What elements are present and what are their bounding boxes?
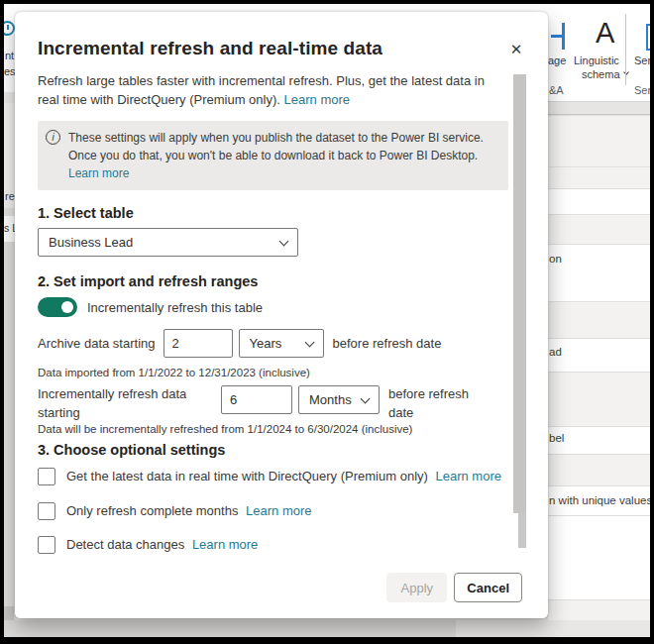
checkbox-row-complete-months: Only refresh complete months Learn more [38, 502, 508, 520]
incremental-value-input[interactable] [221, 385, 292, 414]
dialog-footer: Apply Cancel [15, 555, 548, 618]
directquery-label-text: Get the latest data in real time with Di… [66, 469, 428, 483]
checkbox-row-detect-changes: Detect data changes Learn more [38, 536, 508, 554]
ribbon-group-sensitivity-label-fragment: Sen [634, 84, 650, 96]
checkbox-row-directquery: Get the latest data in real time with Di… [38, 468, 508, 485]
dialog-scrollbar-track[interactable] [518, 513, 526, 548]
info-icon: i [46, 130, 60, 145]
dialog-scrollbar-thumb[interactable] [513, 74, 526, 513]
detect-changes-label-text: Detect data changes [66, 537, 184, 552]
archive-label: Archive data starting [38, 336, 156, 351]
directquery-label: Get the latest data in real time with Di… [66, 469, 501, 483]
dialog-description: Refresh large tables faster with increme… [38, 71, 508, 109]
complete-months-checkbox[interactable] [38, 502, 55, 520]
properties-row [548, 301, 650, 338]
linguistic-schema-icon: A [596, 17, 614, 50]
properties-row [548, 372, 650, 426]
properties-row: ad [548, 338, 650, 372]
properties-pane-sliver: on ad bel n with unique values [548, 114, 650, 637]
properties-row [548, 454, 650, 485]
incremental-suffix: before refresh date [388, 385, 484, 421]
directquery-learn-more-link[interactable]: Learn more [435, 469, 500, 483]
apply-button[interactable]: Apply [386, 573, 447, 602]
detect-changes-label: Detect data changes Learn more [66, 537, 258, 552]
chevron-down-icon [279, 237, 289, 247]
chevron-down-icon [361, 394, 371, 404]
banner-learn-more-link[interactable]: Learn more [68, 166, 129, 180]
table-select-value: Business Lead [49, 235, 133, 250]
complete-months-label-text: Only refresh complete months [66, 503, 238, 518]
dialog-title: Incremental refresh and real-time data [38, 38, 382, 59]
incremental-label: Incrementally refresh data starting [38, 385, 217, 421]
sensitivity-button-label-fragment[interactable]: Sen [634, 54, 650, 66]
incremental-refresh-dialog: Incremental refresh and real-time data ✕… [15, 12, 548, 618]
detect-changes-checkbox[interactable] [38, 536, 55, 554]
archive-note: Data imported from 1/1/2022 to 12/31/202… [38, 367, 508, 378]
language-icon-fragment [562, 23, 565, 50]
table-select[interactable]: Business Lead [38, 228, 298, 257]
properties-row [548, 214, 650, 244]
properties-row: n with unique values [548, 485, 650, 515]
properties-row: bel [548, 426, 650, 454]
scrollbar-corner [4, 606, 14, 620]
detect-changes-learn-more-link[interactable]: Learn more [192, 537, 258, 552]
incremental-toggle-row: Incrementally refresh this table [38, 297, 508, 317]
cancel-button[interactable]: Cancel [454, 573, 522, 602]
ribbon-left-label-fragment: es [4, 65, 16, 77]
canvas-bottom-strip-dark [4, 620, 456, 637]
banner-text-body: These settings will apply when you publi… [68, 131, 484, 162]
dialog-content: Refresh large tables faster with increme… [38, 71, 508, 555]
archive-suffix: before refresh date [333, 336, 442, 351]
ribbon-group-divider [625, 14, 626, 85]
complete-months-learn-more-link[interactable]: Learn more [246, 503, 311, 518]
date-table-clock-icon [4, 21, 15, 36]
ribbon-left-label-fragment: nt [5, 50, 14, 61]
section-ranges-heading: 2. Set import and refresh ranges [38, 273, 508, 289]
publish-warning-banner: i These settings will apply when you pub… [38, 121, 508, 190]
intro-learn-more-link[interactable]: Learn more [284, 92, 350, 107]
section-select-table-heading: 1. Select table [38, 205, 508, 221]
canvas-bottom-strip [4, 620, 650, 637]
properties-row [548, 166, 650, 188]
properties-row: on [548, 244, 650, 301]
incremental-unit-value: Months [309, 392, 352, 407]
archive-unit-value: Years [250, 336, 282, 351]
properties-row [548, 515, 650, 599]
incremental-note: Data will be incrementally refreshed fro… [38, 423, 508, 435]
banner-text: These settings will apply when you publi… [68, 129, 498, 182]
archive-range-row: Archive data starting Years before refre… [38, 329, 508, 358]
sensitivity-icon-fragment [646, 24, 650, 51]
dialog-description-text: Refresh large tables faster with increme… [38, 73, 485, 107]
properties-row [548, 115, 650, 166]
incremental-refresh-toggle[interactable] [38, 297, 77, 317]
toggle-label: Incrementally refresh this table [87, 300, 263, 315]
section-optional-heading: 3. Choose optional settings [38, 442, 508, 458]
archive-value-input[interactable] [164, 329, 233, 358]
language-button-label-fragment[interactable]: age [548, 54, 566, 66]
incremental-range-row: Incrementally refresh data starting Mont… [38, 385, 508, 421]
complete-months-label: Only refresh complete months Learn more [66, 503, 312, 518]
toggle-knob [61, 301, 73, 313]
properties-row [548, 188, 650, 214]
close-icon[interactable]: ✕ [504, 38, 528, 61]
ribbon-group-qa-label-fragment: &A [549, 84, 564, 96]
archive-unit-select[interactable]: Years [239, 329, 324, 358]
incremental-unit-select[interactable]: Months [298, 385, 380, 414]
directquery-checkbox[interactable] [38, 468, 55, 485]
chevron-down-icon [304, 338, 314, 348]
